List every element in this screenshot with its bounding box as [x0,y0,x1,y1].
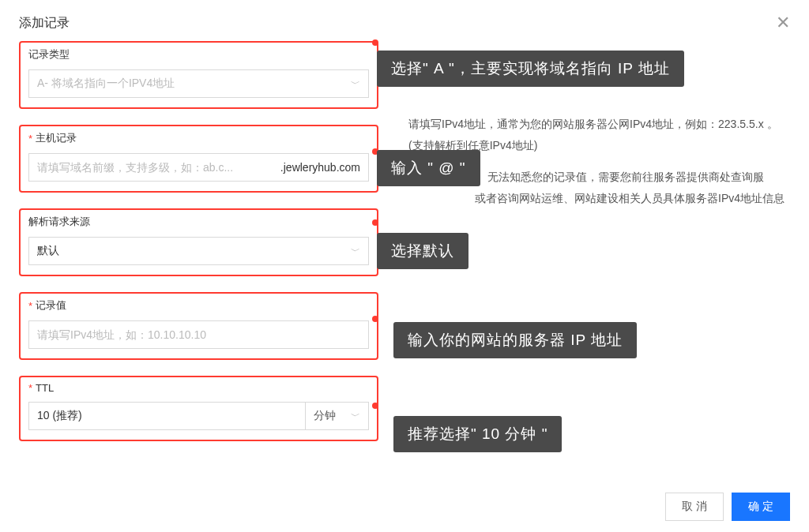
field-source: 解析请求来源 默认 ﹀ [19,208,378,276]
input-row-host: .jewleryhub.com [28,153,369,182]
callout-host: 输入 " @ " [377,150,480,186]
callout-dot-icon [372,316,378,322]
select-source-value: 默认 [37,244,344,258]
select-source[interactable]: 默认 ﹀ [28,237,369,265]
host-input[interactable] [29,154,273,181]
input-row-record-value [28,320,369,349]
modal-title: 添加记录 [19,15,70,32]
chevron-down-icon: ﹀ [351,410,360,423]
label-source: 解析请求来源 [28,215,369,229]
close-icon[interactable]: ✕ [776,14,790,32]
chevron-down-icon: ﹀ [351,245,360,258]
ttl-row: 10 (推荐) 分钟 ﹀ [28,402,369,430]
form-column: 记录类型 A- 将域名指向一个IPV4地址 ﹀ 主机记录 .jewleryhub… [19,41,378,457]
field-host: 主机记录 .jewleryhub.com [19,125,378,193]
label-record-type: 记录类型 [28,47,369,62]
callout-ttl: 推荐选择" 10 分钟 " [393,416,562,452]
ttl-unit-text: 分钟 [314,409,344,423]
host-suffix: .jewleryhub.com [273,161,368,174]
field-record-type: 记录类型 A- 将域名指向一个IPV4地址 ﹀ [19,41,378,109]
callout-record-value: 输入你的网站的服务器 IP 地址 [393,322,637,358]
chevron-down-icon: ﹀ [351,77,360,91]
label-record-value: 记录值 [28,298,369,313]
label-ttl: TTL [28,382,369,394]
modal-footer: 取 消 确 定 [646,481,809,532]
callout-dot-icon [372,403,378,409]
ttl-value: 10 (推荐) [37,409,82,423]
add-record-modal: 添加记录 ✕ 记录类型 A- 将域名指向一个IPV4地址 ﹀ 主机记录 .jew… [0,0,809,532]
callout-dot-icon [372,39,378,46]
label-host: 主机记录 [28,131,369,145]
cancel-button[interactable]: 取 消 [665,493,724,521]
callout-source: 选择默认 [377,233,468,269]
callout-record-type: 选择" A "，主要实现将域名指向 IP 地址 [377,51,684,87]
select-record-type-value: A- 将域名指向一个IPV4地址 [37,77,344,91]
ttl-input[interactable]: 10 (推荐) [28,402,306,430]
record-value-input[interactable] [29,321,368,348]
modal-header: 添加记录 ✕ [0,0,809,41]
select-record-type[interactable]: A- 将域名指向一个IPV4地址 ﹀ [28,69,369,98]
field-record-value: 记录值 [19,292,378,360]
confirm-button[interactable]: 确 定 [732,493,790,521]
ttl-unit-select[interactable]: 分钟 ﹀ [306,402,369,430]
callout-dot-icon [372,219,378,226]
field-ttl: TTL 10 (推荐) 分钟 ﹀ [19,376,378,441]
